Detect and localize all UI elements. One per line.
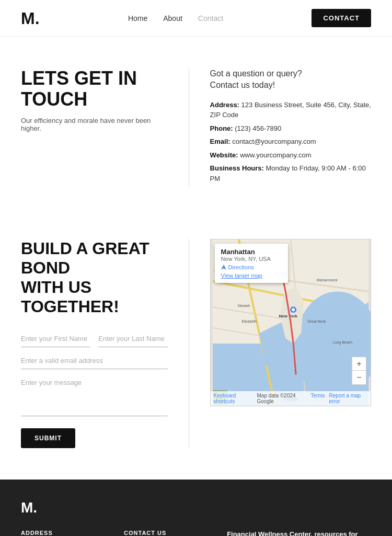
hero-subtitle: Our efficiency and morale have never bee… bbox=[21, 117, 168, 132]
message-input[interactable] bbox=[21, 374, 168, 416]
contact-question: Got a question or query? Contact us toda… bbox=[210, 68, 371, 92]
hero-title: LETS GET IN TOUCH bbox=[21, 68, 168, 109]
svg-text:Long Beach: Long Beach bbox=[333, 340, 352, 345]
hours-line: Business Hours: Monday to Friday, 9:00 A… bbox=[210, 163, 371, 184]
navbar: M. Home About Contact CONTACT bbox=[0, 0, 392, 37]
map-place-name: Manhattan bbox=[221, 248, 282, 256]
build-right: New York Newark Mamaroneck Bloomfield El… bbox=[189, 239, 371, 448]
footer-wellness-col: Financial Wellness Center, resources for… bbox=[227, 530, 371, 536]
footer: M. ADDRESS 123 Business Street, Suite 45… bbox=[0, 480, 392, 536]
footer-address-col: ADDRESS 123 Business Street, Suite 456, … bbox=[21, 530, 124, 536]
terms-link[interactable]: Terms bbox=[310, 393, 325, 404]
lastname-input[interactable] bbox=[98, 330, 167, 347]
report-link[interactable]: Report a map error bbox=[329, 393, 367, 404]
name-row bbox=[21, 330, 168, 347]
footer-columns: ADDRESS 123 Business Street, Suite 456, … bbox=[21, 530, 371, 536]
footer-logo: M. bbox=[21, 500, 371, 515]
phone-line: Phone: (123) 456-7890 bbox=[210, 123, 371, 134]
zoom-out-button[interactable]: − bbox=[352, 371, 366, 384]
build-left: BUILD A GREAT BOND WITH US TOGETHER! SUB… bbox=[21, 239, 189, 448]
map-container: New York Newark Mamaroneck Bloomfield El… bbox=[210, 239, 371, 406]
svg-text:New York: New York bbox=[279, 314, 297, 318]
address-line: Address: 123 Business Street, Suite 456,… bbox=[210, 100, 371, 120]
map-popup: Manhattan New York, NY, USA Directions V… bbox=[215, 244, 288, 283]
map-directions[interactable]: Directions bbox=[221, 264, 282, 270]
map-footer: Keyboard shortcuts Map data ©2024 Google… bbox=[211, 391, 371, 406]
submit-button[interactable]: SUBMIT bbox=[21, 428, 75, 448]
hero-left: LETS GET IN TOUCH Our efficiency and mor… bbox=[21, 68, 189, 187]
build-section: BUILD A GREAT BOND WITH US TOGETHER! SUB… bbox=[0, 218, 392, 480]
hero-right: Got a question or query? Contact us toda… bbox=[189, 68, 371, 187]
nav-about[interactable]: About bbox=[163, 14, 182, 22]
contact-form: SUBMIT bbox=[21, 330, 168, 448]
nav-links: Home About Contact bbox=[128, 14, 223, 22]
website-line: Website: www.yourcompany.com bbox=[210, 150, 371, 161]
email-input[interactable] bbox=[21, 352, 168, 369]
logo: M. bbox=[21, 10, 40, 27]
svg-marker-25 bbox=[221, 265, 226, 270]
map-controls: + − bbox=[352, 357, 366, 385]
footer-contact-title: CONTACT US bbox=[124, 530, 227, 536]
svg-point-21 bbox=[292, 308, 295, 311]
build-title: BUILD A GREAT BOND WITH US TOGETHER! bbox=[21, 239, 168, 316]
contact-info-block: Address: 123 Business Street, Suite 456,… bbox=[210, 100, 371, 184]
svg-text:Elizabeth: Elizabeth bbox=[241, 320, 257, 323]
directions-icon bbox=[221, 265, 226, 270]
svg-text:Mamaroneck: Mamaroneck bbox=[316, 278, 338, 282]
map-data-label: Map data ©2024 Google bbox=[257, 393, 306, 404]
svg-text:Newark: Newark bbox=[238, 304, 250, 307]
nav-contact-button[interactable]: CONTACT bbox=[312, 9, 371, 27]
footer-contact-col: CONTACT US Phone: (123) 456-7890 Email: … bbox=[124, 530, 227, 536]
nav-home[interactable]: Home bbox=[128, 14, 147, 22]
map-place-sub: New York, NY, USA bbox=[221, 256, 282, 262]
zoom-in-button[interactable]: + bbox=[352, 357, 366, 371]
firstname-input[interactable] bbox=[21, 330, 90, 347]
keyboard-shortcuts-link[interactable]: Keyboard shortcuts bbox=[214, 393, 253, 404]
svg-text:Great Neck: Great Neck bbox=[307, 320, 326, 323]
footer-address-title: ADDRESS bbox=[21, 530, 124, 536]
footer-wellness-title: Financial Wellness Center, resources for… bbox=[227, 530, 371, 536]
hero-section: LETS GET IN TOUCH Our efficiency and mor… bbox=[0, 37, 392, 218]
nav-contact[interactable]: Contact bbox=[198, 14, 223, 22]
view-larger-map[interactable]: View larger map bbox=[221, 272, 282, 279]
email-line: Email: contact@yourcompany.com bbox=[210, 136, 371, 147]
